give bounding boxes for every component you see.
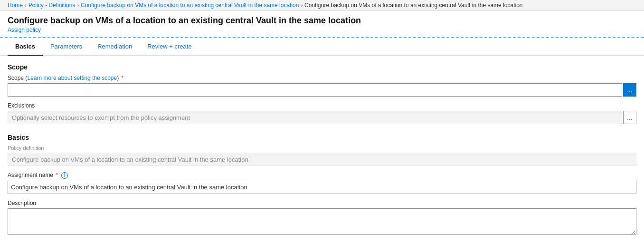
page-subtitle: Assign policy (8, 27, 636, 33)
breadcrumb-sep-1: › (25, 2, 27, 8)
exclusions-row: Optionally select resources to exempt fr… (8, 111, 636, 124)
scope-input[interactable] (8, 83, 622, 97)
assignment-name-input[interactable] (8, 181, 636, 194)
page-header: Configure backup on VMs of a location to… (0, 11, 644, 38)
breadcrumb-sep-2: › (77, 2, 79, 8)
page-title: Configure backup on VMs of a location to… (8, 16, 636, 26)
description-textarea[interactable] (8, 208, 636, 235)
assignment-name-label: Assignment name * i (8, 172, 636, 179)
breadcrumb-sep-3: › (301, 2, 303, 8)
exclusions-label: Exclusions (8, 102, 636, 109)
scope-field-label: Scope (Learn more about setting the scop… (8, 75, 636, 81)
breadcrumb-policy-name-link[interactable]: Configure backup on VMs of a location to… (81, 2, 299, 9)
breadcrumb: Home › Policy - Definitions › Configure … (0, 0, 644, 11)
tab-remediation[interactable]: Remediation (90, 38, 140, 56)
breadcrumb-home[interactable]: Home (8, 2, 23, 9)
main-content: Scope Scope (Learn more about setting th… (0, 56, 644, 244)
tab-basics[interactable]: Basics (8, 38, 43, 56)
breadcrumb-current: Configure backup on VMs of a location to… (304, 2, 522, 9)
exclusions-browse-button[interactable]: ... (623, 111, 636, 124)
description-field-group: Description (8, 200, 636, 236)
basics-section-title: Basics (8, 134, 636, 141)
description-label: Description (8, 200, 636, 206)
scope-section: Scope Scope (Learn more about setting th… (8, 63, 636, 124)
scope-required-marker: * (122, 75, 124, 81)
scope-section-title: Scope (8, 63, 636, 71)
assignment-name-required: * (56, 172, 58, 178)
scope-learn-more-link[interactable]: Learn more about setting the scope (27, 75, 117, 81)
scope-browse-button[interactable]: ... (623, 83, 636, 97)
policy-def-label: Policy definition (8, 145, 636, 151)
basics-section: Basics Policy definition Configure backu… (8, 134, 636, 236)
scope-input-row: ... (8, 83, 636, 97)
tab-parameters[interactable]: Parameters (43, 38, 90, 56)
breadcrumb-policy-definitions[interactable]: Policy - Definitions (28, 2, 76, 9)
scope-field-group: Scope (Learn more about setting the scop… (8, 75, 636, 97)
tab-review-create[interactable]: Review + create (140, 38, 199, 56)
assignment-name-info-icon[interactable]: i (61, 172, 68, 179)
tabs-bar: Basics Parameters Remediation Review + c… (0, 38, 644, 56)
assignment-name-field-group: Assignment name * i (8, 172, 636, 194)
exclusions-field-group: Exclusions Optionally select resources t… (8, 102, 636, 124)
policy-def-value: Configure backup on VMs of a location to… (8, 153, 636, 166)
exclusions-placeholder: Optionally select resources to exempt fr… (8, 111, 622, 124)
policy-def-field-group: Policy definition Configure backup on VM… (8, 145, 636, 166)
